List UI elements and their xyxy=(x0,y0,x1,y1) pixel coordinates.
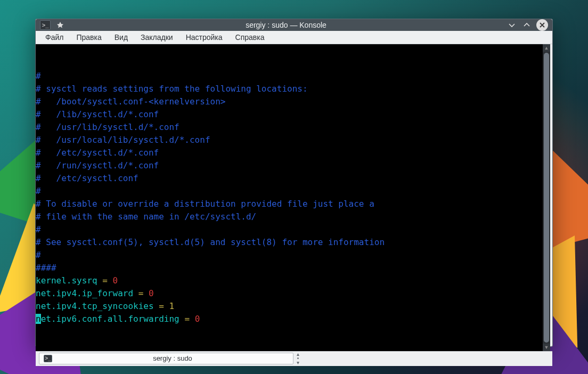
minimize-button[interactable] xyxy=(507,20,517,30)
terminal-line: # xyxy=(36,223,543,236)
terminal-line: # See sysctl.conf(5), sysctl.d(5) and sy… xyxy=(36,236,543,249)
terminal-line: # sysctl reads settings from the followi… xyxy=(36,83,543,95)
split-handle-icon[interactable]: ▴•▾ xyxy=(297,352,299,365)
tab-label: sergiy : sudo xyxy=(56,354,289,362)
terminal-line: # /etc/sysctl.d/*.conf xyxy=(36,147,543,159)
editor-status-line: 23,1 Внизу xyxy=(36,338,543,351)
menu-edit[interactable]: Правка xyxy=(70,31,108,44)
terminal-line: # /etc/sysctl.conf xyxy=(36,172,543,185)
terminal-icon: >_ xyxy=(44,355,52,362)
terminal-line: # /usr/lib/sysctl.d/*.conf xyxy=(36,121,543,134)
terminal-line: net.ipv4.ip_forward = 0 xyxy=(36,287,543,300)
terminal-area: ## sysctl reads settings from the follow… xyxy=(36,44,552,351)
tab-bar: >_ sergiy : sudo ▴•▾ xyxy=(36,351,552,366)
scroll-up-icon[interactable]: ▲ xyxy=(543,44,550,52)
window-titlebar[interactable]: >_ sergiy : sudo — Konsole xyxy=(36,19,552,31)
terminal-line: #### xyxy=(36,262,543,274)
konsole-window: >_ sergiy : sudo — Konsole Файл Правка В… xyxy=(35,19,553,347)
scroll-down-icon[interactable]: ▼ xyxy=(543,344,550,351)
terminal-line: # To disable or override a distribution … xyxy=(36,198,543,210)
terminal-line: # xyxy=(36,70,543,83)
menu-view[interactable]: Вид xyxy=(108,31,134,44)
terminal-line: # xyxy=(36,249,543,262)
terminal-tab[interactable]: >_ sergiy : sudo xyxy=(39,353,293,364)
terminal-line: # /lib/sysctl.d/*.conf xyxy=(36,108,543,121)
terminal-line: kernel.sysrq = 0 xyxy=(36,274,543,287)
desktop-wallpaper: >_ sergiy : sudo — Konsole Файл Правка В… xyxy=(0,0,588,374)
terminal-line: # /run/sysctl.d/*.conf xyxy=(36,159,543,172)
terminal-icon: >_ xyxy=(40,20,51,30)
terminal-line: # /usr/local/lib/sysctl.d/*.conf xyxy=(36,134,543,147)
terminal-line: # xyxy=(36,185,543,198)
terminal-line: net.ipv6.conf.all.forwarding = 0 xyxy=(36,313,543,326)
menu-bar: Файл Правка Вид Закладки Настройка Справ… xyxy=(36,31,552,44)
terminal-scrollbar[interactable]: ▲ ▼ xyxy=(543,44,550,351)
maximize-button[interactable] xyxy=(521,20,532,30)
terminal-line: # /boot/sysctl.conf-<kernelversion> xyxy=(36,95,543,108)
menu-help[interactable]: Справка xyxy=(229,31,271,44)
menu-bookmarks[interactable]: Закладки xyxy=(134,31,179,44)
pin-icon[interactable] xyxy=(55,20,66,30)
menu-file[interactable]: Файл xyxy=(39,31,70,44)
menu-settings[interactable]: Настройка xyxy=(179,31,229,44)
terminal-line: # file with the same name in /etc/sysctl… xyxy=(36,210,543,223)
window-title: sergiy : sudo — Konsole xyxy=(70,21,502,29)
scroll-thumb[interactable] xyxy=(544,53,549,343)
terminal-viewport[interactable]: ## sysctl reads settings from the follow… xyxy=(36,44,543,351)
terminal-line: net.ipv4.tcp_syncookies = 1 xyxy=(36,300,543,313)
close-button[interactable] xyxy=(536,19,548,31)
